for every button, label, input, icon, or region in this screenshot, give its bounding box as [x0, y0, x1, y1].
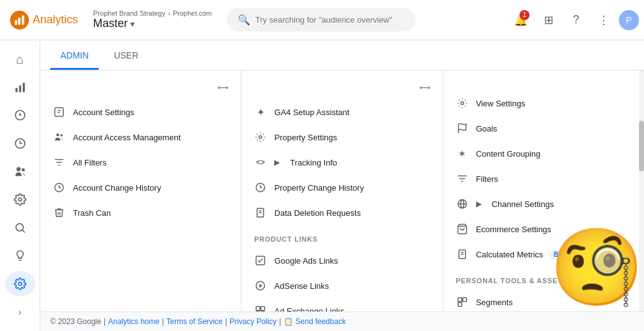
sidebar-search-icon[interactable]: [5, 215, 35, 241]
analytics-home-link[interactable]: Analytics home: [108, 317, 159, 326]
property-history-icon: [254, 181, 267, 194]
footer-separator3: |: [225, 317, 227, 326]
account-settings-label: Account Settings: [73, 108, 135, 117]
calc-metrics-icon: [456, 248, 469, 261]
main-content: ADMIN USER ⟷ Account Settings Account Ac…: [40, 40, 644, 331]
filters-label: Filters: [476, 174, 498, 184]
filters-item[interactable]: Filters: [443, 166, 644, 191]
account-settings-item[interactable]: Account Settings: [40, 99, 241, 125]
calculated-metrics-item[interactable]: Calculated Metrics BETA: [443, 242, 644, 267]
ga4-setup-item[interactable]: ✦ GA4 Setup Assistant: [242, 99, 442, 125]
google-ads-links-item[interactable]: Google Ads Links: [242, 248, 442, 273]
segments-icon: [456, 296, 469, 308]
property-name[interactable]: Master ▾: [93, 17, 212, 30]
apps-icon: ⊞: [544, 13, 553, 27]
view-column: View Settings Goals ✶ Content Grouping F…: [443, 70, 644, 331]
tracking-info-item[interactable]: <> ▶ Tracking Info: [242, 150, 442, 175]
col2-header: ⟷: [242, 81, 442, 99]
personal-tools-section: PERSONAL TOOLS & ASSETS: [443, 267, 644, 289]
sidebar-explore-icon[interactable]: [5, 103, 35, 128]
breadcrumb-domain[interactable]: Prophet.com: [173, 9, 212, 17]
content-grouping-label: Content Grouping: [476, 149, 541, 159]
account-change-history-label: Account Change History: [73, 183, 161, 193]
sidebar-home-icon[interactable]: ⌂: [5, 47, 35, 72]
svg-point-9: [16, 167, 21, 171]
channel-expand-icon: ▶: [476, 199, 482, 208]
search-bar[interactable]: 🔍: [227, 8, 416, 31]
svg-rect-27: [261, 306, 265, 310]
data-deletion-item[interactable]: Data Deletion Requests: [242, 200, 442, 225]
svg-rect-4: [19, 86, 21, 93]
svg-marker-7: [18, 113, 21, 116]
sidebar-users-icon[interactable]: [5, 159, 35, 184]
view-settings-label: View Settings: [476, 99, 526, 108]
account-access-item[interactable]: Account Access Management: [40, 125, 241, 150]
admin-columns: ⟷ Account Settings Account Access Manage…: [40, 70, 644, 331]
tracking-info-label: Tracking Info: [290, 158, 337, 167]
top-actions: 🔔 1 ⊞ ? ⋮ P: [508, 8, 639, 33]
sidebar-lightbulb-icon[interactable]: [5, 243, 35, 269]
privacy-policy-link[interactable]: Privacy Policy: [230, 317, 277, 326]
user-avatar[interactable]: P: [619, 10, 639, 30]
more-button[interactable]: ⋮: [591, 8, 616, 33]
col2-expand-icon[interactable]: ⟷: [419, 83, 430, 92]
svg-point-17: [60, 134, 63, 137]
scrollbar[interactable]: [639, 70, 644, 331]
svg-point-16: [57, 133, 60, 137]
ecommerce-settings-item[interactable]: Ecommerce Settings: [443, 216, 644, 242]
all-filters-item[interactable]: All Filters: [40, 150, 241, 175]
svg-rect-0: [15, 20, 18, 25]
topbar: Analytics Prophet Brand Strategy › Proph…: [0, 0, 644, 40]
google-ads-icon: [254, 254, 267, 267]
data-deletion-icon: [254, 206, 267, 219]
trash-can-label: Trash Can: [73, 208, 111, 218]
scrollbar-thumb[interactable]: [639, 121, 644, 171]
notifications-button[interactable]: 🔔 1: [508, 8, 533, 33]
svg-rect-1: [18, 18, 21, 25]
footer: © 2023 Google | Analytics home | Terms o…: [40, 311, 644, 331]
account-change-history-item[interactable]: Account Change History: [40, 175, 241, 200]
sidebar-reports-icon[interactable]: [5, 75, 35, 101]
property-settings-item[interactable]: Property Settings: [242, 125, 442, 150]
sidebar-chevron-icon[interactable]: ›: [5, 299, 35, 325]
channel-settings-label: Channel Settings: [492, 199, 554, 209]
svg-rect-3: [15, 88, 17, 93]
channel-settings-item[interactable]: ▶ Channel Settings: [443, 191, 644, 216]
account-access-label: Account Access Management: [73, 133, 180, 142]
ecommerce-icon: [456, 223, 469, 235]
footer-copyright: © 2023 Google: [50, 317, 101, 326]
more-icon: ⋮: [598, 13, 609, 27]
apps-button[interactable]: ⊞: [536, 8, 561, 33]
goals-item[interactable]: Goals: [443, 116, 644, 141]
tracking-expand-icon: ▶: [274, 158, 280, 167]
calculated-metrics-beta: BETA: [551, 250, 574, 259]
col1-expand-icon[interactable]: ⟷: [218, 83, 228, 92]
sidebar-realtime-icon[interactable]: [5, 131, 35, 157]
terms-of-service-link[interactable]: Terms of Service: [167, 317, 223, 326]
view-settings-item[interactable]: View Settings: [443, 91, 644, 116]
breadcrumb-path[interactable]: Prophet Brand Strategy: [93, 9, 165, 17]
help-button[interactable]: ?: [564, 8, 589, 33]
app-logo[interactable]: Analytics: [5, 11, 83, 30]
google-ads-links-label: Google Ads Links: [274, 256, 338, 266]
property-settings-label: Property Settings: [274, 133, 337, 142]
tab-admin[interactable]: ADMIN: [50, 43, 99, 70]
adsense-links-item[interactable]: AdSense Links: [242, 273, 442, 298]
trash-icon: [53, 206, 65, 219]
send-feedback-link[interactable]: Send feedback: [296, 317, 346, 326]
help-icon: ?: [573, 13, 579, 26]
svg-rect-2: [22, 15, 25, 25]
content-grouping-item[interactable]: ✶ Content Grouping: [443, 141, 644, 166]
tab-user[interactable]: USER: [104, 43, 148, 70]
sidebar-settings-icon[interactable]: [5, 271, 35, 297]
property-change-history-item[interactable]: Property Change History: [242, 175, 442, 200]
trash-can-item[interactable]: Trash Can: [40, 200, 241, 225]
svg-point-39: [460, 102, 464, 105]
segments-item[interactable]: Segments: [443, 289, 644, 315]
sidebar-configure-icon[interactable]: [5, 187, 35, 213]
view-settings-icon: [456, 97, 469, 109]
notification-badge: 1: [519, 10, 530, 20]
svg-point-10: [21, 168, 25, 171]
content-grouping-icon: ✶: [456, 147, 469, 160]
search-input[interactable]: [255, 15, 405, 25]
